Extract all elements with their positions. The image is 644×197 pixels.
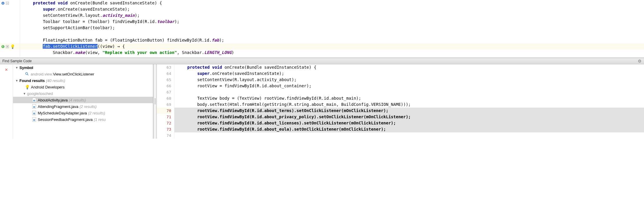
android-dev-label: Android Developers xyxy=(31,85,65,89)
sample-editor-code[interactable]: protected void onCreate(Bundle savedInst… xyxy=(174,64,644,139)
code-line[interactable]: Snackbar.make(view, "Replace with your o… xyxy=(20,50,644,56)
file-name: MyScheduleDayAdapter.java xyxy=(38,111,87,115)
diff-icon[interactable] xyxy=(1,45,5,48)
gutter-row[interactable] xyxy=(0,25,20,31)
line-number: 69 xyxy=(157,101,171,108)
gutter-row[interactable]: o xyxy=(0,0,20,6)
sample-editor-gutter: 636465666768697071727374 xyxy=(157,64,174,139)
gutter-row[interactable] xyxy=(0,19,20,25)
expand-icon[interactable] xyxy=(6,45,9,48)
line-number: 65 xyxy=(157,77,171,83)
gutter-row[interactable] xyxy=(0,50,20,56)
panel-left-gutter: ✕ xyxy=(0,64,13,139)
code-line[interactable]: Toolbar toolbar = (Toolbar) findViewById… xyxy=(20,19,644,25)
results-header-row[interactable]: ▼ Found results (40 results) xyxy=(13,77,153,84)
results-count: (40 results) xyxy=(46,78,65,83)
file-name: SessionFeedbackFragment.java xyxy=(38,117,93,122)
code-line[interactable]: setContentView(R.layout.activity_main); xyxy=(20,12,644,19)
file-count: (4 results) xyxy=(69,98,86,102)
results-tree[interactable]: ▼ Symbol android.view.View.setOnClickLis… xyxy=(13,64,153,139)
code-line[interactable] xyxy=(174,132,644,139)
code-line[interactable]: setContentView(R.layout.activity_about); xyxy=(174,77,644,83)
split-divider[interactable] xyxy=(153,64,157,139)
find-sample-panel: ✕ ▼ Symbol android.view.View.setOnClickL… xyxy=(0,64,644,139)
svg-point-10 xyxy=(26,73,28,75)
gutter-row[interactable] xyxy=(0,6,20,12)
line-number: 66 xyxy=(157,83,171,89)
close-icon[interactable]: ✕ xyxy=(0,67,13,72)
java-file-icon: J xyxy=(32,117,37,122)
gutter-row[interactable] xyxy=(0,12,20,19)
symbol-text: android.view.View.setOnClickListener xyxy=(31,72,94,76)
chevron-down-icon[interactable]: ▼ xyxy=(23,92,26,95)
line-number: 74 xyxy=(157,132,171,139)
search-icon xyxy=(25,72,29,76)
line-number: 70 xyxy=(157,108,171,114)
file-row[interactable]: JSessionFeedbackFragment.java (1 resu xyxy=(13,116,153,123)
symbol-row[interactable]: android.view.View.setOnClickListener xyxy=(13,71,153,77)
code-line[interactable]: setSupportActionBar(toolbar); xyxy=(20,25,644,31)
file-count: (2 results) xyxy=(88,111,105,115)
bulb-icon: 💡 xyxy=(25,85,30,89)
code-line[interactable]: rootView.findViewById(R.id.about_license… xyxy=(174,120,644,126)
code-line[interactable]: rootView.findViewById(R.id.about_terms).… xyxy=(174,108,644,114)
gutter-row[interactable] xyxy=(0,37,20,43)
svg-line-11 xyxy=(27,74,29,75)
line-number: 72 xyxy=(157,120,171,126)
code-line[interactable]: rootView.findViewById(R.id.about_privacy… xyxy=(174,114,644,120)
results-header: Found results xyxy=(19,78,45,83)
collapse-icon[interactable] xyxy=(6,2,9,5)
java-file-icon: J xyxy=(32,111,37,115)
chevron-down-icon[interactable]: ▼ xyxy=(15,79,18,82)
code-line[interactable]: body.setText(Html.fromHtml(getString(R.s… xyxy=(174,101,644,108)
gutter-row[interactable]: 💡 xyxy=(0,43,20,50)
file-name: AboutActivity.java xyxy=(38,98,68,102)
code-line[interactable]: super.onCreate(savedInstanceState); xyxy=(174,70,644,77)
svg-text:o: o xyxy=(2,2,4,5)
code-line[interactable]: protected void onCreate(Bundle savedInst… xyxy=(20,0,644,6)
line-number: 71 xyxy=(157,114,171,120)
line-number: 64 xyxy=(157,70,171,77)
gear-icon[interactable]: ⚙ xyxy=(638,59,642,63)
override-icon[interactable]: o xyxy=(1,1,5,5)
line-number: 67 xyxy=(157,89,171,95)
code-line[interactable]: protected void onCreate(Bundle savedInst… xyxy=(174,64,644,70)
code-line[interactable]: super.onCreate(savedInstanceState); xyxy=(20,6,644,12)
code-line[interactable]: rootView.findViewById(R.id.about_eula).s… xyxy=(174,126,644,132)
code-line[interactable]: FloatingActionButton fab = (FloatingActi… xyxy=(20,37,644,43)
main-editor-gutter: o💡 xyxy=(0,0,20,58)
code-line[interactable]: fab.setOnClickListener((view) → { xyxy=(20,43,644,50)
main-editor-code[interactable]: protected void onCreate(Bundle savedInst… xyxy=(20,0,644,58)
file-name: AttendingFragment.java xyxy=(38,104,78,109)
code-line[interactable]: TextView body = (TextView) rootView.find… xyxy=(174,95,644,101)
gutter-row[interactable] xyxy=(0,31,20,37)
line-number: 68 xyxy=(157,95,171,101)
line-number: 63 xyxy=(157,64,171,70)
code-line[interactable]: rootView = findViewById(R.id.about_conta… xyxy=(174,83,644,89)
repo-label: google/iosched xyxy=(27,91,53,96)
symbol-header-row[interactable]: ▼ Symbol xyxy=(13,64,153,71)
file-row[interactable]: JAttendingFragment.java (2 results) xyxy=(13,103,153,110)
java-file-icon: J xyxy=(32,98,37,102)
repo-row[interactable]: ▼ google/iosched xyxy=(13,90,153,97)
file-row[interactable]: JAboutActivity.java (4 results) xyxy=(13,97,153,103)
bulb-icon[interactable]: 💡 xyxy=(10,44,15,49)
android-dev-row[interactable]: 💡 Android Developers xyxy=(13,84,153,90)
chevron-down-icon[interactable]: ▼ xyxy=(15,66,18,69)
code-line[interactable] xyxy=(174,89,644,95)
code-line[interactable] xyxy=(20,31,644,37)
line-number: 73 xyxy=(157,126,171,132)
panel-title: Find Sample Code xyxy=(2,59,638,63)
sample-editor[interactable]: 636465666768697071727374 protected void … xyxy=(157,64,644,139)
main-editor[interactable]: o💡 protected void onCreate(Bundle savedI… xyxy=(0,0,644,58)
symbol-header: Symbol xyxy=(19,65,33,70)
file-row[interactable]: JMyScheduleDayAdapter.java (2 results) xyxy=(13,110,153,116)
java-file-icon: J xyxy=(32,104,37,109)
file-count: (1 resu xyxy=(94,117,105,122)
find-sample-code-header: Find Sample Code ⚙ xyxy=(0,58,644,64)
file-count: (2 results) xyxy=(80,104,97,109)
